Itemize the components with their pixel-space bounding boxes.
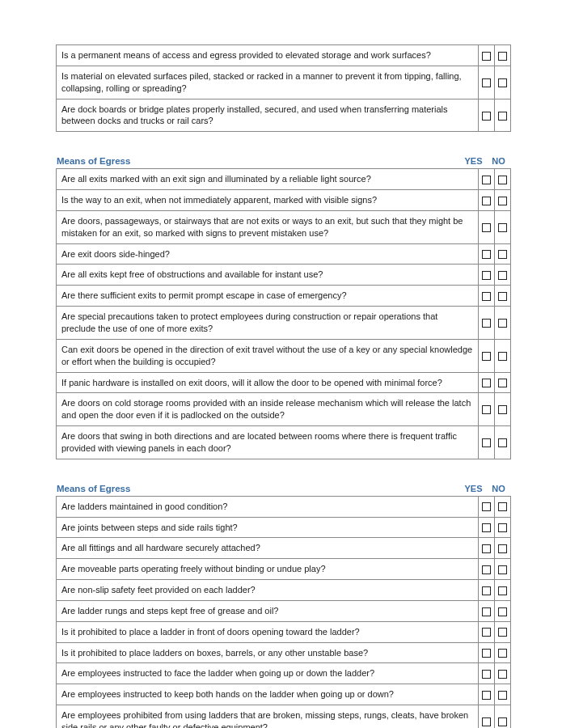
yes-cell (479, 684, 495, 705)
no-cell (495, 621, 511, 642)
checkbox-yes[interactable] (482, 565, 491, 574)
table-row: Are there sufficient exits to permit pro… (57, 286, 511, 307)
checkbox-yes[interactable] (482, 176, 491, 184)
no-cell (495, 684, 511, 705)
checkbox-no[interactable] (498, 544, 507, 553)
checkbox-no[interactable] (498, 670, 507, 679)
checkbox-no[interactable] (498, 649, 507, 658)
table-row: Can exit doors be opened in the directio… (57, 339, 511, 372)
no-cell (495, 210, 511, 243)
no-cell (495, 66, 511, 99)
checkbox-yes[interactable] (482, 271, 491, 280)
table-row: Are moveable parts operating freely with… (57, 559, 511, 580)
yes-cell (479, 45, 495, 66)
checkbox-yes[interactable] (482, 52, 491, 61)
yes-cell (479, 663, 495, 684)
checkbox-yes[interactable] (482, 607, 491, 616)
checklist-table: Are ladders maintained in good condition… (56, 496, 511, 728)
checkbox-yes[interactable] (482, 379, 491, 387)
table-row: Is the way to an exit, when not immediat… (57, 190, 511, 211)
checkbox-yes[interactable] (482, 717, 491, 726)
question-cell: Are non-slip safety feet provided on eac… (57, 580, 479, 601)
checkbox-no[interactable] (498, 565, 507, 574)
yes-cell (479, 265, 495, 286)
yes-cell (479, 169, 495, 190)
checkbox-no[interactable] (498, 523, 507, 532)
yes-cell (479, 286, 495, 307)
checkbox-no[interactable] (498, 319, 507, 328)
checkbox-no[interactable] (498, 628, 507, 637)
no-cell (495, 45, 511, 66)
no-cell (495, 663, 511, 684)
table-row: Are ladder rungs and steps kept free of … (57, 600, 511, 621)
checkbox-no[interactable] (498, 52, 507, 61)
no-cell (495, 600, 511, 621)
checkbox-yes[interactable] (482, 502, 491, 511)
checkbox-yes[interactable] (482, 197, 491, 205)
question-cell: Are exit doors side-hinged? (57, 243, 479, 265)
checkbox-yes[interactable] (482, 649, 491, 658)
question-cell: Is the way to an exit, when not immediat… (57, 190, 479, 211)
checkbox-no[interactable] (498, 379, 507, 387)
yes-cell (479, 307, 495, 340)
checkbox-no[interactable] (498, 405, 507, 414)
checkbox-yes[interactable] (482, 438, 491, 447)
checkbox-yes[interactable] (482, 586, 491, 595)
checkbox-no[interactable] (498, 78, 507, 87)
checkbox-no[interactable] (498, 717, 507, 726)
checkbox-no[interactable] (498, 271, 507, 280)
checkbox-no[interactable] (498, 112, 507, 121)
no-cell (495, 517, 511, 538)
table-row: Is it prohibited to place a ladder in fr… (57, 621, 511, 642)
checkbox-no[interactable] (498, 502, 507, 511)
checkbox-no[interactable] (498, 250, 507, 259)
checkbox-yes[interactable] (482, 250, 491, 259)
checkbox-yes[interactable] (482, 112, 491, 121)
checkbox-no[interactable] (498, 438, 507, 447)
checkbox-yes[interactable] (482, 523, 491, 532)
question-cell: Are employees instructed to face the lad… (57, 663, 479, 684)
checkbox-no[interactable] (498, 223, 507, 232)
yes-cell (479, 243, 495, 265)
yes-cell (479, 559, 495, 580)
checkbox-no[interactable] (498, 586, 507, 595)
checkbox-yes[interactable] (482, 223, 491, 232)
table-row: Are non-slip safety feet provided on eac… (57, 580, 511, 601)
table-row: Are employees instructed to keep both ha… (57, 684, 511, 705)
question-cell: Can exit doors be opened in the directio… (57, 339, 479, 372)
checkbox-yes[interactable] (482, 405, 491, 414)
checkbox-yes[interactable] (482, 292, 491, 301)
checkbox-yes[interactable] (482, 691, 491, 700)
yes-cell (479, 580, 495, 601)
checkbox-no[interactable] (498, 691, 507, 700)
question-cell: Are doors, passageways, or stairways tha… (57, 210, 479, 243)
question-cell: Are doors on cold storage rooms provided… (57, 393, 479, 426)
checkbox-yes[interactable] (482, 628, 491, 637)
question-cell: Is material on elevated surfaces piled, … (57, 66, 479, 99)
checkbox-no[interactable] (498, 197, 507, 205)
checkbox-yes[interactable] (482, 78, 491, 87)
no-cell (495, 169, 511, 190)
checkbox-no[interactable] (498, 292, 507, 301)
section: Means of EgressYESNOAre all exits marked… (56, 156, 511, 459)
checkbox-no[interactable] (498, 176, 507, 184)
checkbox-yes[interactable] (482, 544, 491, 553)
yes-cell (479, 621, 495, 642)
checkbox-yes[interactable] (482, 319, 491, 328)
table-row: Are employees instructed to face the lad… (57, 663, 511, 684)
no-cell (495, 393, 511, 426)
yes-cell (479, 496, 495, 517)
question-cell: Is it prohibited to place a ladder in fr… (57, 621, 479, 642)
checklist-table: Are all exits marked with an exit sign a… (56, 168, 511, 459)
table-row: Are all fittings and all hardware secure… (57, 538, 511, 559)
table-row: Are dock boards or bridge plates properl… (57, 99, 511, 132)
table-row: Are employees prohibited from using ladd… (57, 705, 511, 728)
no-cell (495, 99, 511, 132)
checkbox-yes[interactable] (482, 670, 491, 679)
table-row: Are special precautions taken to protect… (57, 307, 511, 340)
checkbox-yes[interactable] (482, 352, 491, 361)
checkbox-no[interactable] (498, 607, 507, 616)
no-cell (495, 538, 511, 559)
yes-cell (479, 66, 495, 99)
checkbox-no[interactable] (498, 352, 507, 361)
